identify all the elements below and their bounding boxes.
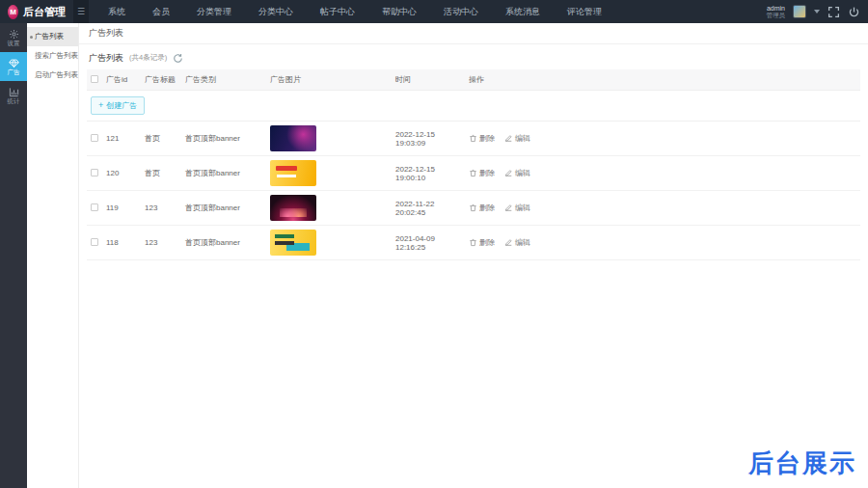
user-meta: admin 管理员 <box>767 5 786 19</box>
cell-time: 2022-12-15 19:03:09 <box>392 122 465 156</box>
table-toolbar-row: + 创建广告 <box>87 91 860 122</box>
logo-text: 后台管理 <box>23 5 66 19</box>
hamburger-icon: ☰ <box>77 7 85 16</box>
cell-ad-id: 119 <box>102 191 141 226</box>
header-ad-image: 广告图片 <box>266 69 392 91</box>
user-name: admin <box>767 5 786 13</box>
submenu-sidebar: 广告列表 搜索广告列表 启动广告列表 <box>27 23 79 488</box>
header-ad-id[interactable]: 广告id <box>102 69 141 91</box>
row-checkbox[interactable] <box>91 169 98 176</box>
sidebar-item-ads[interactable]: 广告 <box>0 52 27 81</box>
submenu-item-search-ad-list[interactable]: 搜索广告列表 <box>27 46 78 66</box>
panel-title: 广告列表 <box>89 52 123 65</box>
trash-icon <box>469 134 477 143</box>
header-ad-title[interactable]: 广告标题 <box>141 69 181 91</box>
diamond-icon <box>9 58 19 68</box>
breadcrumb-bar: 广告列表 <box>79 23 868 44</box>
nav-item-category-mgmt[interactable]: 分类管理 <box>183 0 245 23</box>
cell-ad-category: 首页顶部banner <box>181 122 266 156</box>
header-time[interactable]: 时间 <box>392 69 465 91</box>
pencil-icon <box>504 169 513 177</box>
power-icon[interactable] <box>848 6 860 18</box>
nav-item-comment-mgmt[interactable]: 评论管理 <box>554 0 615 23</box>
gear-icon <box>9 29 19 40</box>
top-navbar: M 后台管理 ☰ 系统 会员 分类管理 分类中心 帖子中心 帮助中心 活动中心 … <box>0 0 868 23</box>
refresh-icon[interactable] <box>173 53 183 64</box>
ad-image[interactable] <box>270 230 316 256</box>
pencil-icon <box>504 203 513 212</box>
breadcrumb: 广告列表 <box>89 27 123 40</box>
sidebar-label-ads: 广告 <box>8 69 20 76</box>
panel-header: 广告列表 (共4条记录) <box>79 48 868 68</box>
edit-button[interactable]: 编辑 <box>504 168 530 178</box>
nav-item-help-center[interactable]: 帮助中心 <box>368 0 430 23</box>
submenu-item-splash-ad-list[interactable]: 启动广告列表 <box>27 66 78 85</box>
sidebar-toggle-icon[interactable]: ☰ <box>73 0 89 23</box>
avatar[interactable] <box>793 5 806 18</box>
delete-button[interactable]: 删除 <box>469 203 495 213</box>
plus-icon: + <box>98 101 103 110</box>
edit-button[interactable]: 编辑 <box>504 133 530 144</box>
sidebar-label-settings: 设置 <box>8 41 20 47</box>
user-role-badge: 管理员 <box>767 12 786 18</box>
admin-app: M 后台管理 ☰ 系统 会员 分类管理 分类中心 帖子中心 帮助中心 活动中心 … <box>0 0 868 488</box>
create-ad-button[interactable]: + 创建广告 <box>91 96 145 115</box>
nav-item-category-center[interactable]: 分类中心 <box>245 0 307 23</box>
row-checkbox[interactable] <box>91 238 98 246</box>
sidebar-label-stats: 统计 <box>8 98 20 105</box>
ad-image[interactable] <box>270 160 316 186</box>
nav-item-members[interactable]: 会员 <box>139 0 183 23</box>
create-ad-label: 创建广告 <box>106 100 137 111</box>
nav-item-system-messages[interactable]: 系统消息 <box>492 0 554 23</box>
cell-time: 2022-11-22 20:02:45 <box>392 191 465 226</box>
trash-icon <box>469 203 477 212</box>
table-row: 119 123 首页顶部banner 2022-11-22 20:02:45 删… <box>87 191 860 226</box>
navbar-right: admin 管理员 <box>767 0 868 23</box>
nav-menu: 系统 会员 分类管理 分类中心 帖子中心 帮助中心 活动中心 系统消息 评论管理 <box>95 0 615 23</box>
cell-ad-title: 首页 <box>141 156 181 191</box>
cell-time: 2022-12-15 19:00:10 <box>392 156 465 191</box>
ad-image[interactable] <box>270 125 316 151</box>
row-checkbox[interactable] <box>91 203 98 211</box>
table-header-row: 广告id 广告标题 广告类别 广告图片 时间 操作 <box>87 69 860 91</box>
header-actions: 操作 <box>465 69 860 91</box>
nav-item-activity-center[interactable]: 活动中心 <box>430 0 492 23</box>
delete-button[interactable]: 删除 <box>469 133 495 144</box>
chevron-down-icon[interactable] <box>814 10 820 14</box>
watermark-text: 后台展示 <box>748 447 856 480</box>
cell-ad-category: 首页顶部banner <box>181 226 266 260</box>
cell-ad-id: 120 <box>102 156 141 191</box>
sidebar-item-stats[interactable]: 统计 <box>0 81 27 110</box>
logo-glyph: M <box>10 8 16 16</box>
submenu-item-ad-list[interactable]: 广告列表 <box>27 27 78 46</box>
trash-icon <box>469 238 477 247</box>
sidebar-item-settings[interactable]: 设置 <box>0 23 27 52</box>
edit-button[interactable]: 编辑 <box>504 237 530 248</box>
cell-ad-category: 首页顶部banner <box>181 191 266 226</box>
main-content: 广告列表 广告列表 (共4条记录) 广告id 广告标题 广告类别 <box>79 23 868 488</box>
logo[interactable]: M 后台管理 <box>0 0 73 23</box>
cell-ad-title: 123 <box>141 226 181 260</box>
cell-ad-title: 首页 <box>141 122 181 156</box>
pencil-icon <box>504 134 513 143</box>
table-row: 120 首页 首页顶部banner 2022-12-15 19:00:10 删除 <box>87 156 860 191</box>
cell-time: 2021-04-09 12:16:25 <box>392 226 465 260</box>
chart-icon <box>9 87 19 97</box>
ads-table: 广告id 广告标题 广告类别 广告图片 时间 操作 + 创建广告 <box>87 69 860 260</box>
edit-button[interactable]: 编辑 <box>504 203 530 213</box>
nav-item-system[interactable]: 系统 <box>95 0 139 23</box>
cell-ad-id: 121 <box>102 122 141 156</box>
delete-button[interactable]: 删除 <box>469 168 495 178</box>
logo-icon: M <box>8 5 18 19</box>
ad-image[interactable] <box>270 195 316 221</box>
cell-ad-title: 123 <box>141 191 181 226</box>
delete-button[interactable]: 删除 <box>469 237 495 248</box>
trash-icon <box>469 169 477 177</box>
header-ad-category[interactable]: 广告类别 <box>181 69 266 91</box>
nav-item-post-center[interactable]: 帖子中心 <box>307 0 368 23</box>
fullscreen-icon[interactable] <box>827 6 840 18</box>
row-checkbox[interactable] <box>91 134 98 142</box>
table-row: 121 首页 首页顶部banner 2022-12-15 19:03:09 删除 <box>87 122 860 156</box>
select-all-checkbox[interactable] <box>91 75 98 83</box>
cell-ad-id: 118 <box>102 226 141 260</box>
